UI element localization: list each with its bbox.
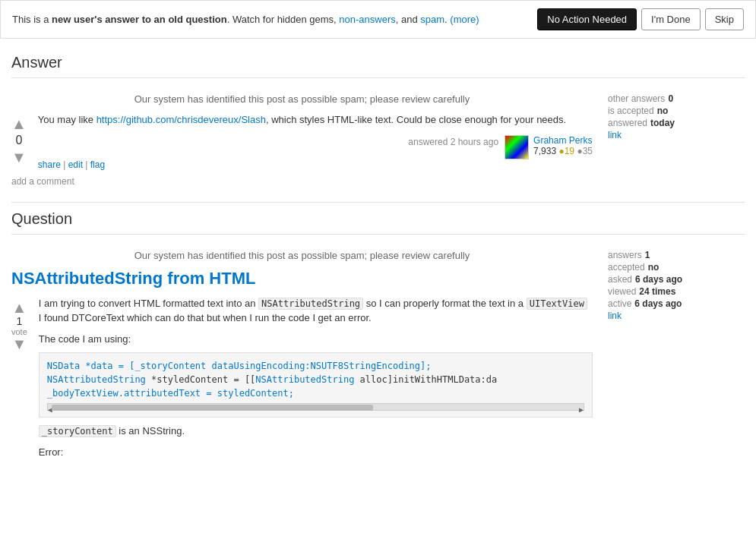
q-viewed-label: viewed [608,286,636,297]
q-inline-story: _storyContent [39,425,116,437]
spam-link[interactable]: spam [420,14,444,25]
question-body-content: I am trying to convert HTML formatted te… [39,296,593,460]
more-link[interactable]: (more) [450,14,479,25]
is-accepted-value: no [657,106,669,116]
answer-user-badges: 7,933 ●19 ●35 [533,146,593,156]
question-main: Our system has identified this post as p… [11,250,593,460]
code-scrollbar[interactable]: ◀ ▶ [47,403,584,411]
scroll-right-arrow[interactable]: ▶ [579,404,584,415]
main-content: Answer Our system has identified this po… [0,39,756,474]
q-viewed-stat: viewed 24 times [608,286,745,297]
banner-text-bold: new user's answer to an old question [52,14,227,25]
q-inline2: UITextView [527,298,587,310]
answer-section-header: Answer [11,54,745,78]
answer-add-comment[interactable]: add a comment [11,176,593,187]
q-active-label: active [608,298,631,309]
q-viewed-value: 24 times [639,286,675,297]
answer-user-info: Graham Perks 7,933 ●19 ●35 [533,135,593,156]
answer-badge-gold: ●19 [558,146,574,156]
answer-link[interactable]: https://github.com/chrisdevereux/Slash [96,114,266,125]
im-done-button[interactable]: I'm Done [641,8,701,30]
code-line1: NSData *data = [_storyContent dataUsingE… [47,359,584,373]
non-answers-link[interactable]: non-answers [339,14,395,25]
answer-vote-down[interactable]: ▼ [11,150,27,165]
code-attributed-string: NSAttributedString [47,374,146,385]
answer-answered-stat: answered today [608,118,745,128]
q-text-1: I am trying to convert HTML formatted te… [39,298,258,309]
question-code-block: NSData *data = [_storyContent dataUsingE… [39,352,593,418]
question-sidebar: answers 1 accepted no asked 6 days ago v… [608,250,745,460]
answered-value: today [650,118,675,128]
answered-label: answered [608,118,647,128]
other-answers-value: 0 [668,93,673,104]
answer-user-name[interactable]: Graham Perks [533,135,593,146]
banner-buttons: No Action Needed I'm Done Skip [537,8,744,30]
question-story-content: _storyContent is an NSString. [39,424,593,439]
q-text-2: so I can properly format the text in a [363,298,527,309]
answer-text-part1: You may like [38,114,96,125]
q-accepted-stat: accepted no [608,262,745,273]
question-code-label: The code I am using: [39,332,593,347]
q-accepted-label: accepted [608,262,645,273]
answer-link-anchor[interactable]: link [608,130,622,140]
q-answers-label: answers [608,250,642,260]
skip-button[interactable]: Skip [705,8,744,30]
question-vote-wrap: ▲ 1 vote ▼ I am trying to convert HTML f… [11,296,593,460]
q-answers-stat: answers 1 [608,250,745,260]
code-line2-rest: *styledContent = [[NSAttributedString al… [146,374,497,385]
answer-vote-area: ▲ 0 ▼ [11,116,27,165]
answer-vote-up[interactable]: ▲ [11,116,27,131]
answer-vote-count: 0 [15,134,22,147]
answer-share-link[interactable]: share [38,159,61,170]
answer-meta: answered 2 hours ago Graham Perks 7,933 … [38,135,593,159]
question-vote-down[interactable]: ▼ [12,336,27,352]
answer-edit-link[interactable]: edit [68,159,83,170]
q-active-value: 6 days ago [634,298,682,309]
answer-main: Our system has identified this post as p… [11,93,593,187]
question-sidebar-link[interactable]: link [608,311,745,321]
code-line3: _bodyTextView.attributedText = styledCon… [47,386,584,400]
code-line2: NSAttributedString *styledContent = [[NS… [47,373,584,386]
question-body-para1: I am trying to convert HTML formatted te… [39,296,593,326]
answer-question-separator [11,202,745,203]
answer-time: answered 2 hours ago [408,137,498,147]
question-vote-up[interactable]: ▲ [12,300,27,315]
answer-text-part2: , which styles HTML-like text. Could be … [266,114,566,125]
q-asked-label: asked [608,274,632,285]
no-action-button[interactable]: No Action Needed [537,8,637,30]
answer-is-accepted-stat: is accepted no [608,106,745,116]
question-section-header: Question [11,210,745,235]
banner-comma: , and [396,14,421,25]
q-asked-stat: asked 6 days ago [608,274,745,285]
answer-post: Our system has identified this post as p… [11,86,745,194]
q-inline1: NSAttributedString [258,298,363,310]
question-spam-notice: Our system has identified this post as p… [11,250,593,261]
answer-flag-link[interactable]: flag [90,159,105,170]
answer-user-avatar [505,135,529,159]
banner-text: This is a new user's answer to an old qu… [12,14,537,25]
question-error: Error: [39,445,593,460]
q-text-3: I found DTCoreText which can do that but… [39,312,372,323]
answer-actions: share | edit | flag [11,159,593,170]
q-asked-value: 6 days ago [635,274,682,285]
q-answers-value: 1 [645,250,650,260]
question-vote-label: vote [11,327,27,336]
review-banner: This is a new user's answer to an old qu… [0,0,756,39]
answer-spam-notice: Our system has identified this post as p… [11,93,593,105]
q-text-suffix: is an NSString. [116,425,185,437]
question-vote-side: ▲ 1 vote ▼ [11,300,27,460]
answer-sidebar: other answers 0 is accepted no answered … [608,93,745,187]
question-title[interactable]: NSAttributedString from HTML [11,269,593,288]
answer-other-answers-stat: other answers 0 [608,93,745,104]
banner-text-part2: . Watch for hidden gems, [227,14,340,25]
answer-badge-silver: ●35 [577,146,593,156]
answer-content: You may like https://github.com/chrisdev… [11,112,593,128]
question-vote-count: 1 [17,315,23,327]
other-answers-label: other answers [608,93,665,104]
answer-body: ▲ 0 ▼ You may like https://github.com/ch… [11,112,593,187]
scrollbar-thumb[interactable] [52,405,373,411]
question-link-anchor[interactable]: link [608,311,622,321]
answer-sidebar-link[interactable]: link [608,130,745,140]
q-active-stat: active 6 days ago [608,298,745,309]
question-post: Our system has identified this post as p… [11,242,745,468]
